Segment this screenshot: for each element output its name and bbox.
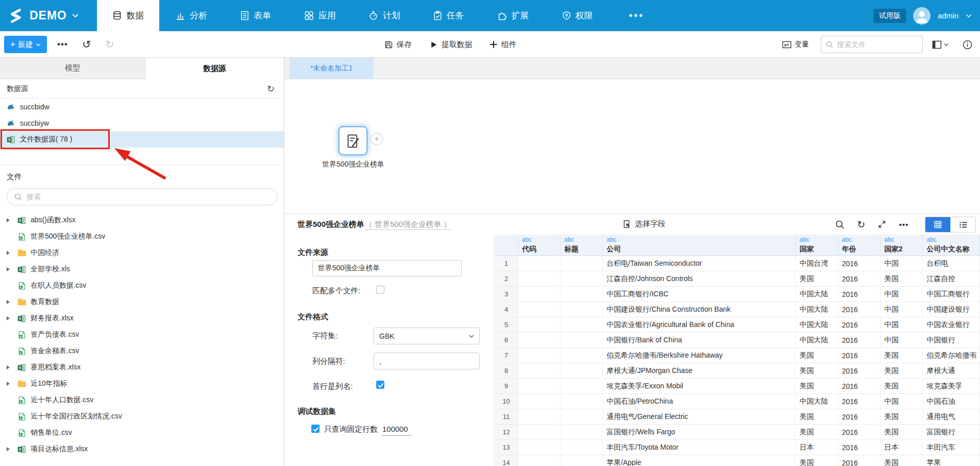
fixed-rows-value[interactable]: 100000: [381, 425, 412, 436]
table-cell: 美国: [795, 379, 838, 394]
table-row: 13丰田汽车/Toyota Motor日本2016日本丰田汽车: [495, 440, 980, 455]
table-refresh-icon[interactable]: ↻: [857, 220, 865, 229]
component-label: 组件: [501, 40, 517, 50]
document-tab[interactable]: *未命名加工1: [289, 58, 374, 79]
nav-tab-extension[interactable]: 扩展: [481, 0, 545, 31]
file-item[interactable]: a,在职人员数据.csv: [0, 277, 284, 294]
column-header[interactable]: abc国家2: [880, 235, 922, 256]
file-item[interactable]: a,销售单位.csv: [0, 425, 284, 441]
table-cell: 2016: [838, 302, 880, 317]
nav-tab-analysis[interactable]: 分析: [159, 0, 224, 31]
csv-icon: a,: [17, 412, 27, 421]
new-button[interactable]: + 新建: [4, 36, 47, 53]
file-search-input[interactable]: [837, 40, 914, 49]
expand-caret-icon[interactable]: [7, 447, 17, 451]
more-actions-icon[interactable]: •••: [57, 39, 68, 50]
table-cell: 美国: [880, 363, 922, 379]
tab-model[interactable]: 模型: [0, 58, 145, 79]
delimiter-input[interactable]: [374, 353, 480, 369]
nav-tab-plan[interactable]: 计划: [352, 0, 416, 31]
column-header[interactable]: abc公司: [602, 235, 795, 256]
file-item[interactable]: 中国经济: [0, 245, 284, 261]
file-item-label: 世界500强企业榜单.csv: [31, 232, 105, 241]
expand-caret-icon[interactable]: [7, 267, 17, 271]
file-search-box[interactable]: [821, 36, 923, 53]
column-header[interactable]: abc国家: [795, 235, 838, 256]
expand-caret-icon[interactable]: [7, 365, 17, 369]
refresh-icon[interactable]: ↻: [267, 83, 275, 95]
nav-tab-apps[interactable]: 应用: [288, 0, 352, 31]
add-node-button[interactable]: +: [371, 133, 383, 145]
file-item[interactable]: a,世界500强企业榜单.csv: [0, 228, 284, 245]
app-logo[interactable]: DEMO: [0, 0, 97, 31]
fixed-rows-checkbox[interactable]: [311, 425, 320, 433]
column-header[interactable]: abc公司中文名称: [922, 235, 980, 256]
excel-file-icon: X: [7, 135, 15, 144]
column-header[interactable]: abc标题: [560, 235, 602, 256]
dataset-subtitle[interactable]: （ 世界500强企业榜单 ）: [365, 220, 451, 230]
fullscreen-icon[interactable]: [877, 220, 887, 229]
extract-data-button[interactable]: 提取数据: [429, 40, 472, 50]
nav-tab-permission[interactable]: 权限: [545, 0, 609, 31]
file-item-label: 资产负债表.csv: [31, 330, 79, 339]
list-view-button[interactable]: [950, 217, 975, 232]
file-source-input[interactable]: [312, 260, 462, 276]
file-item[interactable]: 教育数据: [0, 294, 284, 310]
datasource-item--78-[interactable]: X文件数据源( 78 ): [0, 131, 284, 148]
table-more-icon[interactable]: •••: [899, 220, 909, 229]
column-header[interactable]: abc年份: [838, 235, 880, 256]
table-cell: 摩根大通: [922, 363, 980, 379]
nav-tab-task[interactable]: 任务: [416, 0, 481, 31]
sidebar-search-box[interactable]: [7, 188, 278, 205]
expand-caret-icon[interactable]: [7, 218, 17, 222]
save-button[interactable]: 保存: [384, 40, 412, 50]
table-cell: 2016: [838, 317, 880, 333]
nav-tab-data[interactable]: 数据: [97, 0, 159, 31]
csv-file-icon: a,: [18, 232, 26, 241]
expand-caret-icon[interactable]: [7, 251, 17, 255]
username[interactable]: admin: [938, 11, 959, 20]
redo-icon[interactable]: ↻: [105, 38, 114, 51]
match-multi-checkbox[interactable]: [376, 286, 384, 294]
file-item[interactable]: a,近十年人口数据.csv: [0, 392, 284, 408]
file-item[interactable]: X财务报表.xlsx: [0, 310, 284, 327]
file-item[interactable]: Xabs()函数.xlsx: [0, 212, 284, 228]
file-item[interactable]: a,资金余额表.csv: [0, 343, 284, 359]
table-cell: 中国大陆: [795, 333, 838, 348]
grid-view-button[interactable]: [925, 217, 950, 232]
csv-file-icon: a,: [18, 331, 26, 339]
dataset-node[interactable]: [338, 126, 368, 155]
file-item[interactable]: X全部学校.xls: [0, 261, 284, 277]
column-header[interactable]: abc代码: [518, 235, 560, 256]
info-button[interactable]: [963, 31, 972, 58]
layout-view-button[interactable]: [932, 31, 949, 58]
datasource-item-succbiyw[interactable]: succbiyw: [0, 115, 284, 131]
file-item[interactable]: X项目达标信息.xlsx: [0, 441, 284, 457]
datasource-item-succbidw[interactable]: succbidw: [0, 99, 284, 115]
avatar[interactable]: [913, 7, 930, 25]
component-button[interactable]: 组件: [489, 40, 517, 50]
variable-button[interactable]: x= 变量: [782, 31, 809, 58]
file-item[interactable]: a,资产负债表.csv: [0, 327, 284, 343]
file-item[interactable]: 近10年指标: [0, 376, 284, 392]
select-fields-button[interactable]: 选择字段: [622, 219, 666, 229]
table-cell: 美国: [795, 409, 838, 425]
undo-icon[interactable]: ↺: [82, 38, 91, 51]
expand-caret-icon[interactable]: [7, 316, 17, 320]
table-search-icon[interactable]: [835, 220, 845, 229]
column-name: 公司: [607, 245, 791, 254]
first-row-checkbox[interactable]: [376, 381, 384, 389]
row-number-cell: 7: [495, 348, 518, 363]
user-chevron-down-icon[interactable]: [966, 14, 972, 18]
expand-caret-icon[interactable]: [7, 300, 17, 304]
svg-text:a,: a,: [19, 416, 22, 419]
charset-select[interactable]: GBK: [374, 328, 480, 344]
nav-more-button[interactable]: •••: [629, 0, 644, 31]
etl-canvas[interactable]: + 世界500强企业榜单: [284, 79, 980, 214]
file-item[interactable]: X赛思档案表.xlsx: [0, 359, 284, 376]
nav-tab-form[interactable]: 表单: [224, 0, 288, 31]
sidebar-search-input[interactable]: [27, 193, 251, 201]
expand-caret-icon[interactable]: [7, 382, 17, 386]
tab-datasource[interactable]: 数据源: [145, 58, 284, 79]
file-item[interactable]: a,近十年全国行政区划情况.csv: [0, 408, 284, 425]
